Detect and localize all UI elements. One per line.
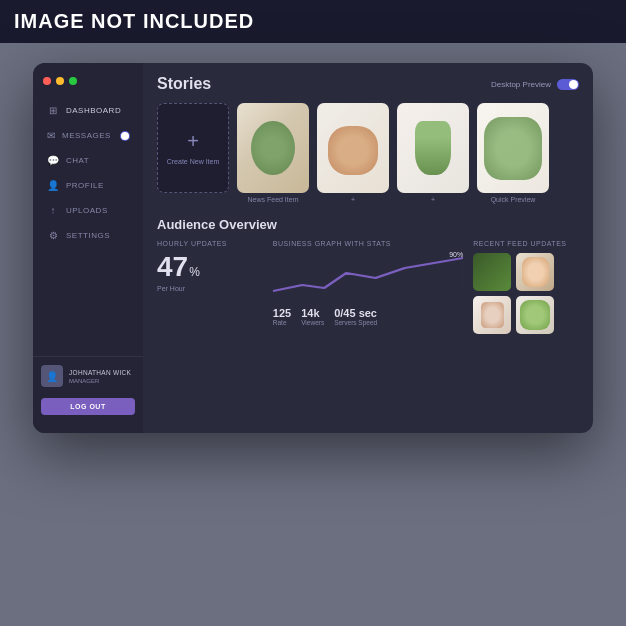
user-role: Manager	[69, 378, 131, 384]
feed-thumb-4[interactable]	[516, 296, 554, 334]
sidebar-item-label: Chat	[66, 156, 89, 165]
main-header: Stories Desktop Preview	[157, 75, 579, 93]
audience-section: Audience Overview Hourly Updates 47 % Pe…	[157, 217, 579, 334]
graph-stats: 125 Rate 14k Viewers 0/45 sec Servers Sp…	[273, 307, 463, 326]
business-graph	[273, 253, 463, 298]
story-4-col: Quick Preview	[477, 103, 549, 203]
sidebar-item-profile[interactable]: 👤 Profile	[37, 174, 139, 197]
story-card-4[interactable]	[477, 103, 549, 193]
main-content: Stories Desktop Preview + Create New Ite…	[143, 63, 593, 433]
audience-title: Audience Overview	[157, 217, 579, 232]
story-card-1[interactable]	[237, 103, 309, 193]
sidebar-item-messages[interactable]: ✉ Messages	[37, 124, 139, 147]
banner-text: IMAGE NOT INCLUDED	[14, 10, 254, 33]
stat-rate: 125 Rate	[273, 307, 291, 326]
uploads-icon: ↑	[47, 205, 59, 216]
maximize-dot[interactable]	[69, 77, 77, 85]
window-controls	[33, 77, 143, 95]
sidebar-footer: 👤 Johnathan Wick Manager LOG OUT	[33, 356, 143, 423]
story-card-2[interactable]	[317, 103, 389, 193]
stat-servers: 0/45 sec Servers Speed	[334, 307, 377, 326]
stories-title: Stories	[157, 75, 211, 93]
stories-row: + Create New Item News Feed Item +	[157, 103, 579, 203]
image-not-included-banner: IMAGE NOT INCLUDED	[0, 0, 626, 43]
nav-items: ⊞ Dashboard ✉ Messages 💬 Chat 👤 Profile …	[33, 95, 143, 356]
stat-viewers: 14k Viewers	[301, 307, 324, 326]
profile-icon: 👤	[47, 180, 59, 191]
feed-thumb-3[interactable]	[473, 296, 511, 334]
hourly-block: Hourly Updates 47 % Per Hour	[157, 240, 263, 334]
create-plus-icon: +	[187, 130, 199, 153]
graph-label-90: 90%	[449, 251, 463, 258]
sidebar-item-label: Settings	[66, 231, 110, 240]
sidebar-item-settings[interactable]: ⚙ Settings	[37, 224, 139, 247]
sidebar-item-label: Uploads	[66, 206, 108, 215]
story-4-label: Quick Preview	[491, 196, 536, 203]
desktop-preview: Desktop Preview	[491, 79, 579, 90]
story-1-col: News Feed Item	[237, 103, 309, 203]
feed-block-title: Recent Feed Updates	[473, 240, 579, 247]
messages-icon: ✉	[47, 130, 55, 141]
audience-row: Hourly Updates 47 % Per Hour Business Gr…	[157, 240, 579, 334]
story-card-3[interactable]	[397, 103, 469, 193]
story-3-col: +	[397, 103, 469, 203]
user-info: 👤 Johnathan Wick Manager	[41, 365, 135, 387]
sidebar-item-uploads[interactable]: ↑ Uploads	[37, 199, 139, 222]
desktop-preview-toggle[interactable]	[557, 79, 579, 90]
feed-images	[473, 253, 579, 334]
messages-toggle[interactable]	[120, 131, 130, 141]
logout-button[interactable]: LOG OUT	[41, 398, 135, 415]
preview-toggle-circle	[569, 80, 578, 89]
create-label: Create New Item	[167, 157, 220, 166]
story-3-label: +	[431, 196, 435, 203]
story-2-label: +	[351, 196, 355, 203]
graph-block: Business Graph with Stats 90% 125 Rate	[273, 240, 463, 334]
sidebar-item-dashboard[interactable]: ⊞ Dashboard	[37, 99, 139, 122]
close-dot[interactable]	[43, 77, 51, 85]
feed-thumb-1[interactable]	[473, 253, 511, 291]
stat-viewers-label: Viewers	[301, 319, 324, 326]
desktop-preview-label: Desktop Preview	[491, 80, 551, 89]
sidebar-item-label: Profile	[66, 181, 104, 190]
stat-servers-label: Servers Speed	[334, 319, 377, 326]
sidebar-item-label: Dashboard	[66, 106, 121, 115]
minimize-dot[interactable]	[56, 77, 64, 85]
hourly-sub: Per Hour	[157, 285, 263, 292]
sidebar: ⊞ Dashboard ✉ Messages 💬 Chat 👤 Profile …	[33, 63, 143, 433]
stat-rate-label: Rate	[273, 319, 291, 326]
story-create-col: + Create New Item	[157, 103, 229, 203]
hourly-unit: %	[189, 265, 200, 279]
toggle-circle	[121, 132, 129, 140]
hourly-block-title: Hourly Updates	[157, 240, 263, 247]
graph-block-title: Business Graph with Stats	[273, 240, 463, 247]
graph-container: 90%	[273, 253, 463, 303]
sidebar-item-label: Messages	[62, 131, 111, 140]
feed-block: Recent Feed Updates	[473, 240, 579, 334]
stat-servers-value: 0/45 sec	[334, 307, 377, 319]
stat-rate-value: 125	[273, 307, 291, 319]
dashboard-icon: ⊞	[47, 105, 59, 116]
app-window: ⊞ Dashboard ✉ Messages 💬 Chat 👤 Profile …	[33, 63, 593, 433]
settings-icon: ⚙	[47, 230, 59, 241]
story-create-card[interactable]: + Create New Item	[157, 103, 229, 193]
sidebar-item-chat[interactable]: 💬 Chat	[37, 149, 139, 172]
stat-viewers-value: 14k	[301, 307, 324, 319]
user-name: Johnathan Wick	[69, 368, 131, 377]
chat-icon: 💬	[47, 155, 59, 166]
feed-thumb-2[interactable]	[516, 253, 554, 291]
avatar: 👤	[41, 365, 63, 387]
hourly-value: 47	[157, 253, 188, 281]
story-2-col: +	[317, 103, 389, 203]
story-1-label: News Feed Item	[248, 196, 299, 203]
